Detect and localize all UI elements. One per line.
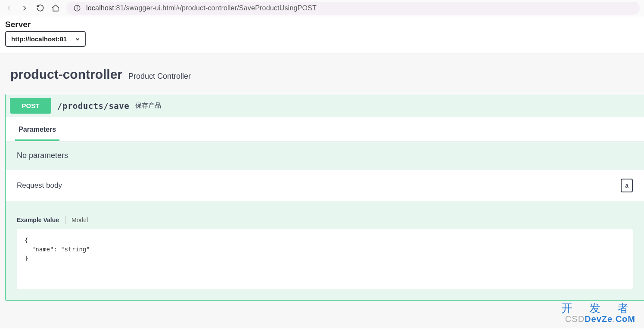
controller-description: Product Controller [128,72,191,81]
watermark-cn: 开 发 者 [561,301,635,316]
value-model-tabs: Example Value Model [17,216,633,224]
example-code-block[interactable]: { "name": "string" } [17,229,633,289]
http-method-badge: POST [10,98,51,114]
controller-header[interactable]: product-controller Product Controller [0,67,644,94]
server-label: Server [5,20,639,29]
home-icon[interactable] [51,3,60,13]
content: product-controller Product Controller PO… [0,53,644,328]
chevron-down-icon [75,36,81,42]
tab-example-value[interactable]: Example Value [17,216,59,223]
content-type-select[interactable]: a [621,179,633,192]
operation-description: 保存产品 [135,102,161,110]
tab-separator [65,216,65,224]
tab-parameters[interactable]: Parameters [15,123,59,141]
server-select[interactable]: http://localhost:81 [5,31,86,47]
operation-block: POST /products/save 保存产品 Parameters No p… [5,94,644,301]
no-parameters-text: No parameters [17,151,68,160]
operation-body: Parameters No parameters Request body a … [6,117,644,300]
browser-bar: localhost:81/swagger-ui.html#/product-co… [0,0,644,16]
url-bar[interactable]: localhost:81/swagger-ui.html#/product-co… [66,2,640,15]
server-section: Server http://localhost:81 [0,16,644,53]
watermark: 开 发 者 CSDDevZe.CoM [561,301,635,324]
server-selected-value: http://localhost:81 [11,35,67,43]
svg-point-2 [77,6,78,6]
parameters-section: No parameters [6,142,644,170]
tab-model[interactable]: Model [72,216,88,223]
back-icon[interactable] [4,3,14,13]
request-body-header: Request body a [6,170,644,201]
info-icon[interactable] [72,3,82,13]
reload-icon[interactable] [35,3,45,13]
operation-summary[interactable]: POST /products/save 保存产品 [6,94,644,117]
watermark-en: CSDDevZe.CoM [561,314,635,324]
forward-icon[interactable] [20,3,29,13]
url-text: localhost:81/swagger-ui.html#/product-co… [86,4,317,12]
request-body-content: Example Value Model { "name": "string" } [6,201,644,300]
operation-path: /products/save [57,101,129,111]
tab-header: Parameters [6,117,644,142]
request-body-label: Request body [17,181,62,190]
controller-name: product-controller [10,67,122,82]
